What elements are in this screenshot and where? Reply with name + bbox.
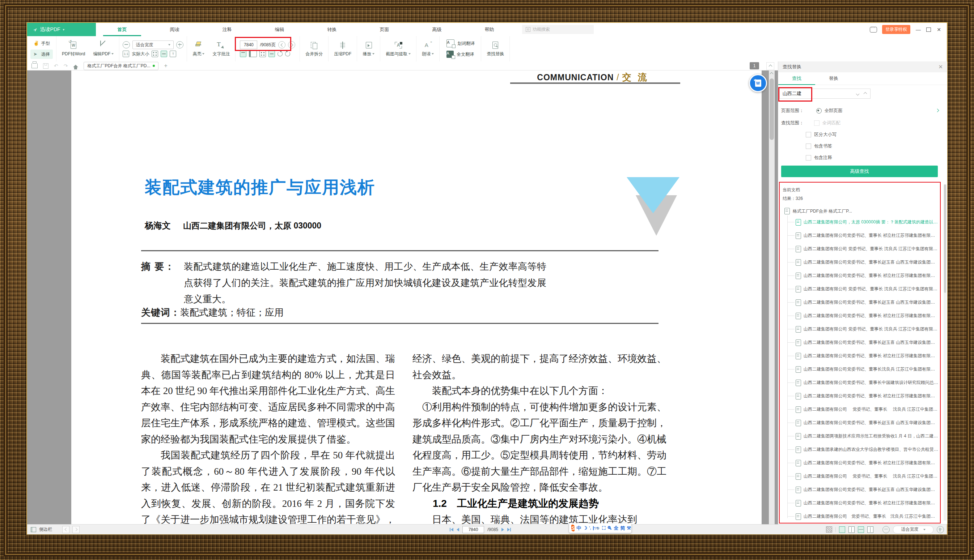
feedback-chat-icon[interactable] xyxy=(870,27,877,33)
result-item[interactable]: 山西二建集团有限公司党委书记、董事长中国建筑设计研究院顾问总工程... xyxy=(780,376,940,389)
result-item[interactable]: 山西二建集团有限公司党委书记、董事长赵玉喜 山西玉华建设集团有限... xyxy=(780,483,940,497)
history-forward-button[interactable] xyxy=(72,526,80,533)
menu-tab[interactable]: 页面 xyxy=(358,23,411,36)
highlight-button[interactable]: 高亮 xyxy=(190,41,207,57)
menu-tab[interactable]: 帮助 xyxy=(463,23,516,36)
document-tab[interactable]: 格式工厂PDF合并 格式工厂PD... xyxy=(84,62,159,70)
feature-search-box[interactable]: 功能搜索 xyxy=(522,25,594,34)
vertical-scrollbar[interactable] xyxy=(769,70,775,524)
menu-tab[interactable]: 高级 xyxy=(411,23,463,36)
next-page-button[interactable] xyxy=(501,528,504,532)
ime-wrench-icon[interactable]: ⚒ xyxy=(627,526,631,530)
merge-split-button[interactable]: 合并拆分 xyxy=(303,41,325,57)
ime-fullwidth-mode[interactable]: 全 xyxy=(614,526,618,530)
rotate-ccw-icon[interactable] xyxy=(285,51,290,57)
result-item[interactable]: 山西二建集团有限公司党委书记、董事长赵玉喜 山西玉华建设集团有限... xyxy=(780,296,940,309)
panel-close-icon[interactable]: ✕ xyxy=(938,63,943,70)
new-tab-button[interactable]: + xyxy=(164,63,167,69)
result-item[interactable]: 山西二建集团有限公司党委书记、董事长 祁立柱江苏邗建集团有限公司... xyxy=(780,309,940,322)
redo-icon[interactable]: ↷ xyxy=(63,63,68,68)
page-number-input[interactable]: 7840 xyxy=(240,40,257,49)
save-icon[interactable] xyxy=(43,63,48,69)
tab-replace[interactable]: 替换 xyxy=(815,72,852,85)
hand-tool-button[interactable]: ✌ 手型 xyxy=(30,39,53,48)
prev-page-button[interactable] xyxy=(457,528,459,532)
document-viewport[interactable]: COMMUNICATION/交流 装配式建筑的推广与应用浅析 杨海文山西二建集团… xyxy=(27,70,778,524)
history-back-button[interactable] xyxy=(62,526,70,533)
result-item[interactable]: 山西二建集团有限公司 党委书记、董事长 沈良兵 江苏江中集团有限公司... xyxy=(780,322,940,336)
result-item[interactable]: 山西二建集团有限公司 党委书记、董事长 沈良兵 江苏江中集团有限... xyxy=(780,470,940,483)
status-zoom-in-button[interactable] xyxy=(937,526,944,533)
panel-scrollbar[interactable] xyxy=(944,184,947,521)
result-item[interactable]: 山西二建集团承建的山西农业大学综合教学楼项目、晋中市公共租赁住房... xyxy=(780,443,940,456)
results-root-item[interactable]: 格式工厂PDF合并 格式工厂P... xyxy=(780,207,940,215)
scrollbar-thumb[interactable] xyxy=(770,78,774,140)
app-logo[interactable]: ➢ 迅读PDF ▾ xyxy=(27,23,96,36)
fit-width-button[interactable] xyxy=(160,51,167,57)
advanced-search-button[interactable]: 高级查找 xyxy=(781,166,938,177)
menu-tab[interactable]: 阅读 xyxy=(148,23,201,36)
result-item[interactable]: 山西二建集团有限公司，太原 030000摘 要：？装配式建筑的建造以工... xyxy=(780,215,940,229)
result-item[interactable]: 山西二建集团有限公司党委书记、董事长 祁立柱江苏邗建集团有限公司... xyxy=(780,456,940,470)
compress-pdf-button[interactable]: 压缩PDF xyxy=(332,41,354,57)
scrollbar-up-arrow[interactable] xyxy=(770,71,773,76)
two-page-view-button[interactable] xyxy=(249,51,257,57)
result-item[interactable]: 山西二建集团有限公司党委书记、董事长赵玉喜 山西玉华建设集团有限... xyxy=(780,256,940,269)
ime-chinese-mode[interactable]: 中 xyxy=(576,526,581,530)
status-page-input[interactable]: 7840 xyxy=(463,526,484,533)
next-page-button[interactable] xyxy=(288,41,295,48)
fit-text-button[interactable]: T xyxy=(170,51,176,57)
facing-layout-button[interactable] xyxy=(867,527,874,533)
find-replace-button[interactable]: 查找替换 xyxy=(484,41,506,57)
result-item[interactable]: 山西二建集团有限公司 党委书记、董事长 沈良兵 江苏江中集团有限公司... xyxy=(780,242,940,256)
pdf-to-word-button[interactable]: W PDF转Word xyxy=(60,41,87,57)
ime-punctuation-icon[interactable]: ’, xyxy=(589,527,591,530)
ime-simplified-mode[interactable]: 简 xyxy=(620,526,625,530)
menu-tab[interactable]: 转换 xyxy=(306,23,358,36)
edit-pdf-button[interactable]: 编辑PDF xyxy=(91,41,116,57)
radio-all-pages[interactable] xyxy=(816,108,822,113)
background-pattern-icon[interactable] xyxy=(826,527,832,533)
play-button[interactable]: 播放 xyxy=(360,41,377,57)
tab-find[interactable]: 查找 xyxy=(778,72,815,85)
checkbox-include-comments[interactable] xyxy=(806,155,811,160)
minimize-button[interactable]: — xyxy=(916,27,921,33)
checkbox-case-sensitive[interactable] xyxy=(806,132,811,137)
find-next-chevron-icon[interactable] xyxy=(856,92,860,95)
login-button[interactable]: 登录享特权 xyxy=(882,25,911,34)
result-item[interactable]: 山西二建集团有限公司党委书记、董事长 祁立柱江苏邗建集团有限公司... xyxy=(780,349,940,363)
result-item[interactable]: 山西二建集团有限公司 党委书记、董事长 沈良兵 江苏江中集团有限 xyxy=(780,510,940,523)
restore-button[interactable] xyxy=(926,27,931,32)
read-aloud-button[interactable]: A 朗读 xyxy=(420,41,436,57)
result-item[interactable]: 山西二建集团有限公司党委书记、董事长赵玉喜 山西玉华建设集团有限... xyxy=(780,416,940,430)
checkbox-include-bookmarks[interactable] xyxy=(806,143,811,149)
status-zoom-select[interactable]: 适合宽度 xyxy=(893,526,934,533)
ime-person-icon[interactable]: ☻ xyxy=(596,526,601,530)
zoom-out-button[interactable] xyxy=(123,41,130,48)
result-item[interactable]: 山西二建集团有限公司党委书记、董事长 祁立柱江苏邗建集团有限公司... xyxy=(780,497,940,510)
menu-tab[interactable]: 注释 xyxy=(201,23,253,36)
result-item[interactable]: 山西二建集团有限公司党委书记、董事长 祁立柱江苏邗建集团有限公司... xyxy=(780,269,940,282)
last-page-button[interactable] xyxy=(507,528,511,532)
scroll-top-button[interactable] xyxy=(766,62,774,70)
continuous-layout-button[interactable] xyxy=(858,527,864,533)
result-item[interactable]: 山西二建集团有限公司党委书记、董事长赵玉喜 山西玉华建设集团有限... xyxy=(780,336,940,349)
result-item[interactable]: 山西二建集团有限公司党委书记、董事长沈良兵 江苏江中集团有限公司... xyxy=(780,363,940,376)
pdf-to-word-float-button[interactable]: W xyxy=(749,74,767,92)
result-item[interactable]: 山西二建集团有限公司 党委书记、董事长 沈良兵 江苏江中集团有限公司... xyxy=(780,282,940,296)
undo-icon[interactable]: ↶ xyxy=(54,63,58,68)
actual-size-icon[interactable]: 1:1 xyxy=(123,51,129,57)
ime-skin-icon[interactable]: ⛶ xyxy=(602,526,605,530)
result-item[interactable]: 山西二建集团有限公司 党委书记、董事长 沈良兵 江苏江中集团有限... xyxy=(780,403,940,416)
close-button[interactable]: ✕ xyxy=(936,27,942,33)
ime-moon-icon[interactable]: ☽ xyxy=(583,526,587,530)
sogou-logo-icon[interactable]: S xyxy=(571,525,575,532)
sidebar-toggle-icon[interactable] xyxy=(31,527,36,532)
ime-keyboard-icon[interactable] xyxy=(593,526,594,530)
grid-view-button[interactable] xyxy=(259,51,266,57)
find-prev-chevron-icon[interactable] xyxy=(864,92,867,95)
result-item[interactable]: 山西二建集团有限公司党委书记、董事长 祁立柱江苏邗建集团有限公司... xyxy=(780,229,940,242)
fit-view-button[interactable] xyxy=(269,51,275,57)
screenshot-extract-button[interactable]: A 截图与提取 xyxy=(384,41,413,57)
fulltext-translate-button[interactable]: A 全文翻译 xyxy=(443,50,478,59)
